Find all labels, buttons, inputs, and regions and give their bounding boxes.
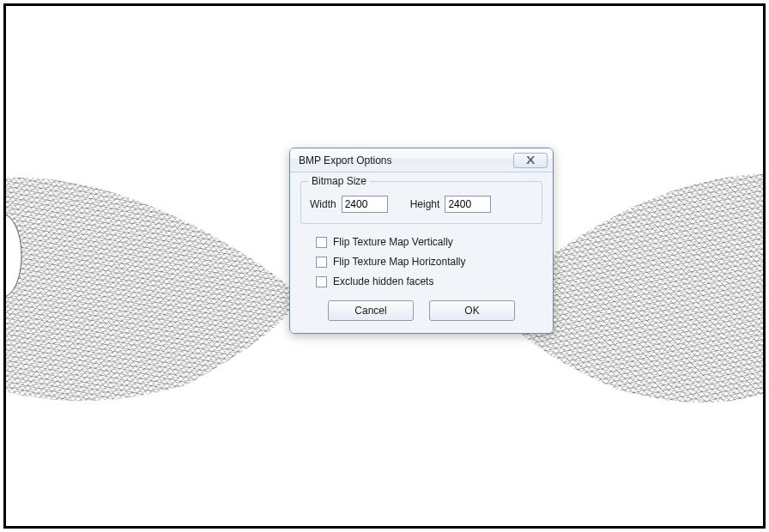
width-label: Width — [310, 198, 336, 210]
checkbox-icon — [316, 276, 327, 287]
bmp-export-dialog: BMP Export Options X Bitmap Size Width H… — [289, 148, 554, 334]
button-row: Cancel OK — [300, 300, 542, 321]
flip-horizontal-label: Flip Texture Map Horizontally — [333, 256, 466, 268]
checkbox-icon — [316, 257, 327, 268]
cancel-button[interactable]: Cancel — [328, 300, 414, 321]
app-viewport: BMP Export Options X Bitmap Size Width H… — [3, 3, 766, 529]
ok-button[interactable]: OK — [429, 300, 515, 321]
bitmap-size-fieldset: Bitmap Size Width Height — [300, 181, 542, 224]
flip-vertical-label: Flip Texture Map Vertically — [333, 236, 453, 248]
height-field[interactable] — [445, 196, 491, 213]
dialog-body: Bitmap Size Width Height Flip Texture Ma… — [290, 172, 553, 333]
exclude-hidden-label: Exclude hidden facets — [333, 275, 433, 287]
width-field[interactable] — [342, 196, 388, 213]
fieldset-legend: Bitmap Size — [308, 175, 370, 187]
height-label: Height — [410, 198, 440, 210]
dialog-titlebar[interactable]: BMP Export Options X — [290, 148, 553, 172]
size-row: Width Height — [310, 196, 533, 213]
exclude-hidden-checkbox[interactable]: Exclude hidden facets — [316, 275, 536, 287]
dialog-title: BMP Export Options — [299, 154, 513, 166]
close-button[interactable]: X — [513, 153, 548, 168]
close-icon: X — [526, 154, 534, 166]
ok-button-label: OK — [464, 305, 479, 317]
checkbox-icon — [316, 237, 327, 248]
checkbox-group: Flip Texture Map Vertically Flip Texture… — [300, 236, 542, 300]
cancel-button-label: Cancel — [354, 305, 386, 317]
flip-vertical-checkbox[interactable]: Flip Texture Map Vertically — [316, 236, 536, 248]
flip-horizontal-checkbox[interactable]: Flip Texture Map Horizontally — [316, 256, 536, 268]
